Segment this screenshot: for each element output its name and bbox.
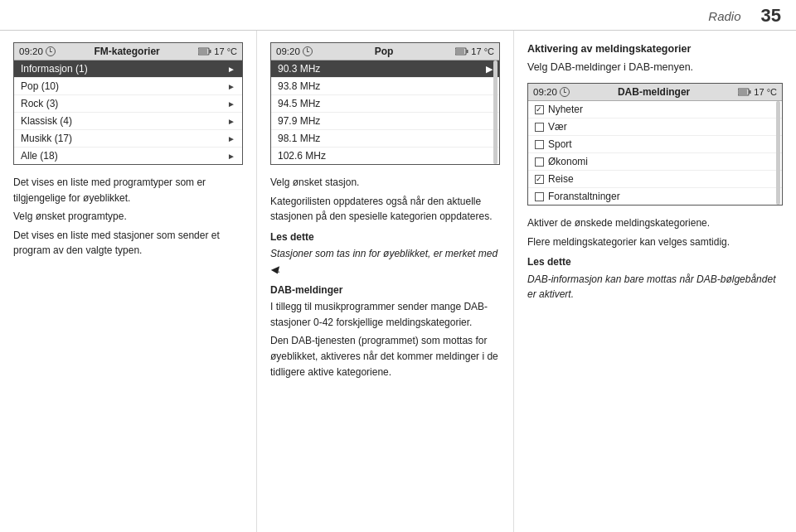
- item-label: Nyheter: [548, 104, 583, 115]
- fm-panel-header: 09:20 FM-kategorier 17 °C: [14, 43, 242, 60]
- freq-item[interactable]: 98.1 MHz: [271, 130, 499, 148]
- list-item[interactable]: Alle (18) ►: [14, 148, 242, 164]
- mid-column: 09:20 Pop 17 °C 90.3 MHz: [257, 31, 514, 532]
- arrow-icon: ►: [227, 99, 235, 109]
- checkbox-foranstaltninger[interactable]: [535, 192, 544, 201]
- arrow-icon: ►: [227, 82, 235, 91]
- freq-item[interactable]: 94.5 MHz: [271, 95, 499, 113]
- freq-item[interactable]: 97.9 MHz: [271, 113, 499, 130]
- freq-list: 90.3 MHz ▶ 93.8 MHz 94.5 MHz 97.9 MHz 98…: [271, 60, 499, 164]
- clock-icon: [303, 46, 313, 56]
- arrow-icon: ►: [227, 152, 235, 161]
- battery-icon: [738, 88, 751, 96]
- item-label: Pop (10): [21, 80, 59, 92]
- item-label: Vær: [548, 121, 567, 133]
- right-heading2: Velg DAB-meldinger i DAB-menyen.: [527, 60, 783, 75]
- svg-rect-4: [467, 50, 468, 53]
- scrollbar[interactable]: [493, 60, 498, 164]
- battery-icon: [455, 47, 468, 56]
- check-item[interactable]: Nyheter: [528, 101, 782, 118]
- arrow-icon: ►: [227, 134, 235, 143]
- list-item[interactable]: Musikk (17) ►: [14, 130, 242, 148]
- scrollbar[interactable]: [776, 101, 780, 205]
- left-panel-title: FM-kategorier: [94, 46, 159, 57]
- item-label: Foranstaltninger: [548, 191, 620, 202]
- freq-item[interactable]: 93.8 MHz: [271, 78, 499, 95]
- left-text-p2: Velg ønsket programtype.: [13, 209, 243, 225]
- right-text-p1: Aktiver de ønskede meldingskategoriene.: [527, 215, 783, 231]
- page-number: 35: [761, 5, 781, 27]
- dab-text1: I tillegg til musikprogrammer sender man…: [270, 299, 500, 330]
- left-text-p1: Det vises en liste med programtyper som …: [13, 175, 243, 206]
- fm-kategorier-panel: 09:20 FM-kategorier 17 °C Informasjon: [13, 42, 243, 165]
- list-item[interactable]: Informasjon (1) ►: [14, 60, 242, 78]
- mid-panel-body: 90.3 MHz ▶ 93.8 MHz 94.5 MHz 97.9 MHz 98…: [271, 60, 499, 164]
- item-label: Rock (3): [21, 98, 58, 109]
- checkbox-nyheter[interactable]: [535, 105, 544, 114]
- arrow-icon: ►: [227, 65, 235, 74]
- item-label: Økonomi: [548, 156, 588, 167]
- speaker-icon: ▶: [486, 64, 493, 75]
- check-item[interactable]: Vær: [528, 118, 782, 136]
- right-heading1: Aktivering av meldingskategorier: [527, 42, 783, 57]
- freq-label: 98.1 MHz: [278, 133, 320, 144]
- left-panel-temp: 17 °C: [214, 46, 237, 56]
- mid-panel-time: 09:20: [276, 46, 300, 56]
- item-label: Reise: [548, 173, 574, 185]
- check-item[interactable]: Økonomi: [528, 153, 782, 171]
- dab-check-list: Nyheter Vær Sport Økonomi: [528, 101, 782, 205]
- right-panel-body: Nyheter Vær Sport Økonomi: [528, 101, 782, 205]
- freq-label: 94.5 MHz: [278, 98, 320, 109]
- checkbox-sport[interactable]: [535, 140, 544, 149]
- mid-panel-temp: 17 °C: [471, 46, 494, 56]
- list-item[interactable]: Klassisk (4) ►: [14, 113, 242, 130]
- check-item[interactable]: Sport: [528, 136, 782, 153]
- list-item[interactable]: Pop (10) ►: [14, 78, 242, 95]
- left-panel-body: Informasjon (1) ► Pop (10) ► Rock (3) ► …: [14, 60, 242, 164]
- arrow-icon: ►: [227, 117, 235, 126]
- svg-rect-7: [750, 90, 751, 94]
- les-dette-text: Stasjoner som tas inn for øyeblikket, er…: [270, 246, 500, 277]
- item-label: Musikk (17): [21, 133, 72, 144]
- battery-icon: [198, 47, 211, 56]
- svg-rect-1: [210, 50, 211, 53]
- checkbox-okonomi[interactable]: [535, 157, 544, 167]
- item-label: Klassisk (4): [21, 115, 72, 127]
- left-panel-time: 09:20: [19, 46, 43, 56]
- right-les-dette-label: Les dette: [527, 254, 783, 270]
- item-label: Alle (18): [21, 150, 58, 162]
- check-item[interactable]: Foranstaltninger: [528, 188, 782, 205]
- les-dette-label: Les dette: [270, 230, 500, 245]
- right-panel-temp: 17 °C: [754, 87, 777, 97]
- item-label: Sport: [548, 138, 572, 150]
- clock-icon: [46, 46, 56, 56]
- checkbox-reise[interactable]: [535, 175, 544, 184]
- svg-rect-2: [199, 49, 207, 54]
- pop-panel-header: 09:20 Pop 17 °C: [271, 43, 499, 60]
- left-column: 09:20 FM-kategorier 17 °C Informasjon: [0, 31, 257, 532]
- page-title: Radio: [708, 9, 740, 23]
- dab-text2: Den DAB-tjenesten (programmet) som motta…: [270, 333, 500, 380]
- mid-text-p2: Kategorilisten oppdateres også når den a…: [270, 194, 500, 225]
- freq-label: 90.3 MHz: [278, 63, 320, 75]
- dab-panel-header: 09:20 DAB-meldinger 17 °C: [528, 84, 782, 101]
- clock-icon: [560, 87, 570, 97]
- right-les-dette-text: DAB-informasjon kan bare mottas når DAB-…: [527, 272, 783, 302]
- right-panel-title: DAB-meldinger: [618, 86, 690, 98]
- right-body-text: Aktiver de ønskede meldingskategoriene. …: [527, 215, 783, 302]
- main-content: 09:20 FM-kategorier 17 °C Informasjon: [0, 31, 796, 532]
- checkbox-vaer[interactable]: [535, 123, 544, 132]
- freq-item[interactable]: 102.6 MHz: [271, 148, 499, 164]
- svg-rect-5: [456, 49, 464, 54]
- freq-label: 97.9 MHz: [278, 115, 320, 127]
- freq-label: 102.6 MHz: [278, 150, 326, 162]
- freq-label: 93.8 MHz: [278, 80, 320, 92]
- right-intro: Aktivering av meldingskategorier Velg DA…: [527, 42, 783, 75]
- right-panel-time: 09:20: [533, 87, 557, 97]
- list-item[interactable]: Rock (3) ►: [14, 95, 242, 113]
- freq-item[interactable]: 90.3 MHz ▶: [271, 60, 499, 78]
- check-item[interactable]: Reise: [528, 171, 782, 188]
- item-label: Informasjon (1): [21, 63, 88, 75]
- pop-panel: 09:20 Pop 17 °C 90.3 MHz: [270, 42, 500, 165]
- page-header: Radio 35: [0, 0, 796, 31]
